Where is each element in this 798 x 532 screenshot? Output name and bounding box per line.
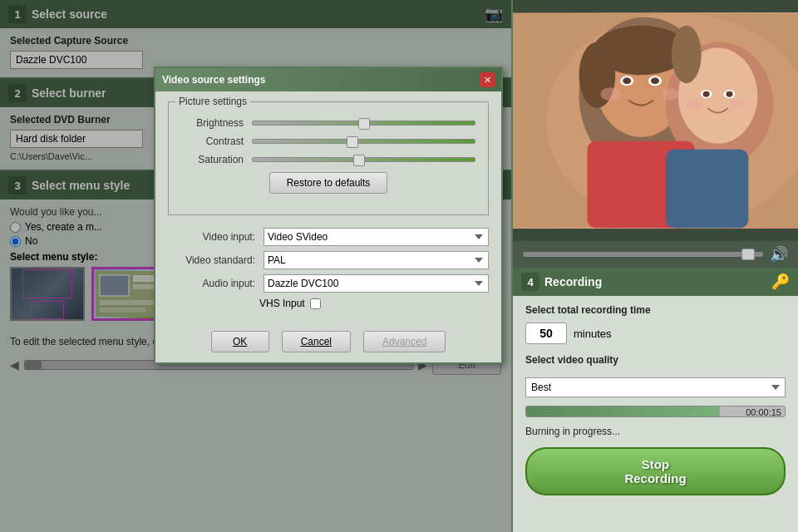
picture-settings-legend: Picture settings (175, 96, 250, 107)
progress-time: 00:00:15 (746, 406, 781, 417)
svg-rect-24 (666, 150, 748, 228)
cancel-button[interactable]: Cancel (282, 331, 351, 352)
contrast-handle[interactable] (347, 136, 358, 148)
cancel-label: Cancel (301, 336, 332, 347)
section4: 4 Recording 🔑 Select total recording tim… (513, 268, 798, 532)
section4-content: Select total recording time minutes Sele… (513, 296, 798, 504)
advanced-label: Advanced (382, 336, 426, 347)
stop-recording-button[interactable]: Stop Recording (525, 447, 786, 495)
video-standard-select[interactable]: PAL (264, 251, 489, 269)
contrast-row: Contrast (181, 135, 475, 147)
volume-icon: 🔊 (770, 245, 788, 264)
modal-titlebar: Video source settings ✕ (155, 68, 501, 91)
svg-point-27 (687, 98, 703, 110)
modal-title: Video source settings (162, 74, 265, 86)
svg-point-16 (623, 77, 631, 84)
progress-bar-container: 00:00:15 (525, 406, 786, 417)
vhs-input-label: VHS Input (259, 298, 305, 309)
modal-footer: OK Cancel Advanced (155, 324, 501, 362)
section4-number: 4 (521, 273, 539, 291)
vhs-input-checkbox[interactable] (310, 298, 321, 309)
preview-image (513, 12, 798, 229)
stop-btn-line1: Stop (544, 457, 767, 471)
svg-point-14 (672, 26, 702, 84)
saturation-label: Saturation (181, 154, 244, 165)
video-standard-row: Video standard: PAL (168, 251, 489, 269)
saturation-track[interactable] (252, 157, 475, 162)
saturation-row: Saturation (181, 154, 475, 165)
brightness-handle[interactable] (358, 118, 370, 130)
svg-point-25 (600, 87, 620, 101)
brightness-row: Brightness (181, 117, 475, 129)
quality-select[interactable]: Best High Medium Low (525, 377, 786, 397)
advanced-button[interactable]: Advanced (363, 331, 446, 352)
modal-close-button[interactable]: ✕ (480, 72, 495, 87)
audio-input-select[interactable]: Dazzle DVC100 (264, 274, 489, 293)
volume-bar: 🔊 (513, 241, 798, 268)
contrast-track[interactable] (252, 139, 475, 144)
left-panel: 1 Select source 📷 Selected Capture Sourc… (0, 0, 511, 532)
section4-title: Recording (544, 275, 602, 288)
section4-header: 4 Recording 🔑 (513, 268, 798, 296)
svg-point-26 (662, 88, 678, 100)
burning-label: Burning in progress... (525, 426, 786, 437)
restore-defaults-button[interactable]: Restore to defaults (269, 172, 388, 194)
quality-row: Select video quality Best High Medium Lo… (525, 354, 786, 421)
brightness-label: Brightness (181, 117, 244, 129)
progress-bar-fill (526, 406, 720, 416)
preview-svg (513, 12, 798, 229)
svg-point-18 (651, 77, 659, 84)
video-standard-label: Video standard: (168, 254, 255, 266)
volume-thumb[interactable] (741, 249, 755, 260)
stop-btn-line2: Recording (544, 471, 767, 485)
ok-label: OK (233, 336, 247, 347)
time-row: minutes (525, 323, 786, 344)
preview-area (513, 0, 798, 241)
contrast-label: Contrast (181, 135, 244, 147)
svg-point-28 (730, 99, 745, 109)
saturation-handle[interactable] (353, 155, 365, 166)
video-input-row: Video input: Video SVideo (168, 228, 489, 246)
audio-input-row: Audio input: Dazzle DVC100 (168, 274, 489, 293)
ok-button[interactable]: OK (211, 331, 269, 352)
brightness-track[interactable] (252, 121, 475, 126)
time-input[interactable] (525, 323, 567, 344)
volume-track[interactable] (523, 252, 763, 257)
video-source-modal: Video source settings ✕ Picture settings… (154, 66, 503, 364)
svg-point-20 (703, 91, 710, 97)
right-panel: 🔊 4 Recording 🔑 Select total recording t… (511, 0, 798, 532)
svg-point-22 (727, 91, 733, 97)
video-input-label: Video input: (168, 231, 255, 243)
total-time-label: Select total recording time (525, 304, 786, 316)
picture-settings-group: Picture settings Brightness Contrast (168, 101, 489, 215)
video-input-select[interactable]: Video SVideo (264, 228, 489, 246)
key-icon: 🔑 (771, 273, 790, 291)
audio-input-label: Audio input: (168, 278, 255, 289)
quality-label: Select video quality (525, 354, 786, 366)
vhs-input-row: VHS Input (259, 298, 489, 309)
modal-body: Picture settings Brightness Contrast (155, 91, 501, 324)
minutes-label: minutes (574, 328, 612, 340)
